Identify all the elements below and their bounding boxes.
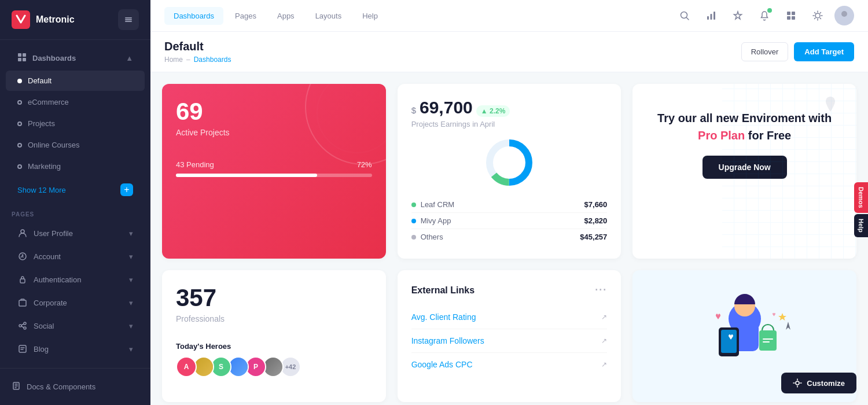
account-chevron: ▾	[129, 252, 133, 261]
page-header: Default Home – Dashboards Rollover Add T…	[150, 32, 868, 72]
svg-rect-11	[19, 300, 26, 306]
breadcrumb: Home – Dashboards	[164, 56, 231, 64]
notifications-button[interactable]	[755, 6, 774, 25]
hollow-dot	[17, 100, 22, 105]
sidebar-item-corporate[interactable]: Corporate ▾	[6, 292, 145, 314]
external-links-title: External Links	[411, 285, 475, 296]
show-more-label: Show 12 More	[17, 186, 66, 194]
svg-point-7	[21, 230, 24, 233]
dashboard-icon	[17, 53, 27, 64]
blog-chevron: ▾	[129, 345, 133, 354]
social-icon	[17, 321, 28, 331]
avatar-group: A S P +42	[176, 356, 372, 377]
user-profile-chevron: ▾	[129, 229, 133, 238]
header-actions	[675, 6, 854, 25]
earnings-card: $ 69,700 ▲ 2.2% Projects Earnings in Apr…	[398, 84, 621, 259]
sidebar-item-ecommerce-label: eCommerce	[28, 98, 69, 106]
add-target-button[interactable]: Add Target	[794, 42, 854, 61]
sidebar-item-projects[interactable]: Projects	[6, 113, 145, 134]
external-links-more[interactable]: ···	[595, 284, 607, 296]
progress-bar-fill	[176, 174, 317, 177]
side-tabs: Demos Help	[854, 182, 868, 237]
tab-help[interactable]: Help	[353, 7, 387, 25]
sidebar-item-account[interactable]: Account ▾	[6, 245, 145, 267]
legend-name-leaf: Leaf CRM	[421, 200, 455, 209]
link-avg-rating[interactable]: Avg. Client Rating	[411, 312, 476, 322]
auth-chevron: ▾	[129, 275, 133, 284]
corporate-icon	[17, 297, 28, 308]
svg-rect-1	[125, 19, 132, 20]
active-projects-card: 69 Active Projects 43 Pending 72%	[162, 84, 386, 259]
sidebar-item-blog[interactable]: Blog ▾	[6, 338, 145, 360]
link-instagram[interactable]: Instagram Followers	[411, 336, 484, 345]
svg-rect-4	[23, 53, 26, 57]
user-avatar[interactable]	[834, 6, 854, 25]
svg-rect-3	[18, 53, 21, 57]
nav-tabs: Dashboards Pages Apps Layouts Help	[164, 7, 387, 25]
legend-name-mivy: Mivy App	[421, 216, 451, 225]
header: Dashboards Pages Apps Layouts Help	[150, 0, 868, 32]
legend-value-leaf: $7,660	[584, 200, 608, 209]
help-tab[interactable]: Help	[854, 214, 868, 237]
tab-dashboards[interactable]: Dashboards	[164, 7, 223, 25]
active-dot	[17, 79, 22, 83]
svg-rect-5	[18, 58, 21, 61]
legend-value-others: $45,257	[580, 233, 607, 241]
sidebar-item-online-courses-label: Online Courses	[28, 141, 80, 149]
sidebar-toggle[interactable]	[118, 9, 139, 30]
docs-components-button[interactable]: Docs & Components	[12, 377, 139, 397]
sidebar-item-social[interactable]: Social ▾	[6, 315, 145, 337]
show-more-plus-icon[interactable]: +	[120, 183, 133, 196]
link-google-ads[interactable]: Google Ads CPC	[411, 360, 473, 369]
svg-point-27	[841, 11, 847, 17]
page-actions: Rollover Add Target	[741, 42, 854, 61]
docs-icon	[12, 381, 21, 392]
sidebar-item-default-label: Default	[28, 76, 52, 85]
stats-icon[interactable]	[701, 6, 721, 25]
sidebar-item-ecommerce[interactable]: eCommerce	[6, 92, 145, 112]
sidebar-item-user-profile[interactable]: User Profile ▾	[6, 222, 145, 244]
svg-rect-21	[787, 12, 790, 15]
rollover-button[interactable]: Rollover	[741, 42, 789, 61]
dashboard-content: 69 Active Projects 43 Pending 72% $ 69,7…	[150, 72, 868, 405]
sidebar-item-authentication[interactable]: Authentication ▾	[6, 268, 145, 290]
earnings-label: Projects Earnings in April	[411, 120, 608, 128]
sidebar-item-social-label: Social	[34, 322, 54, 330]
page-title: Default	[164, 40, 231, 53]
sidebar-item-projects-label: Projects	[28, 119, 55, 128]
legend-dot-leaf	[411, 203, 416, 207]
search-button[interactable]	[675, 6, 694, 25]
show-more-button[interactable]: Show 12 More +	[6, 178, 145, 202]
grid-icon[interactable]	[781, 6, 801, 25]
customize-button[interactable]: Customize	[781, 373, 856, 393]
professionals-number: 357	[176, 284, 372, 312]
account-icon	[17, 251, 28, 262]
external-links-card: External Links ··· Avg. Client Rating ↗ …	[398, 270, 621, 402]
heroes-section: Today's Heroes A S P	[176, 342, 372, 377]
corporate-chevron: ▾	[129, 299, 133, 307]
theme-toggle[interactable]	[808, 6, 827, 25]
magic-icon[interactable]	[728, 6, 748, 25]
tab-layouts[interactable]: Layouts	[306, 7, 351, 25]
demos-tab[interactable]: Demos	[854, 182, 868, 213]
svg-rect-15	[19, 345, 26, 352]
user-profile-icon	[17, 228, 28, 238]
sidebar-menu: Dashboards ▲ Default eCommerce Projects …	[0, 40, 150, 368]
logo-icon	[12, 10, 30, 29]
svg-point-37	[796, 381, 799, 385]
sidebar-item-corporate-label: Corporate	[34, 299, 67, 307]
sidebar-item-default[interactable]: Default	[6, 71, 145, 91]
ext-icon-2: ↗	[601, 337, 607, 345]
breadcrumb-home: Home	[164, 56, 183, 64]
sidebar-item-online-courses[interactable]: Online Courses	[6, 135, 145, 155]
tab-pages[interactable]: Pages	[226, 7, 266, 25]
legend-dot-others	[411, 235, 416, 240]
ext-icon-1: ↗	[601, 313, 607, 321]
breadcrumb-separator: –	[186, 56, 190, 64]
sidebar-item-marketing[interactable]: Marketing	[6, 156, 145, 176]
sidebar-dashboards-section[interactable]: Dashboards ▲	[6, 47, 145, 69]
tab-apps[interactable]: Apps	[268, 7, 304, 25]
blog-icon	[17, 344, 28, 354]
svg-point-9	[22, 255, 24, 256]
legend-name-others: Others	[421, 233, 443, 241]
